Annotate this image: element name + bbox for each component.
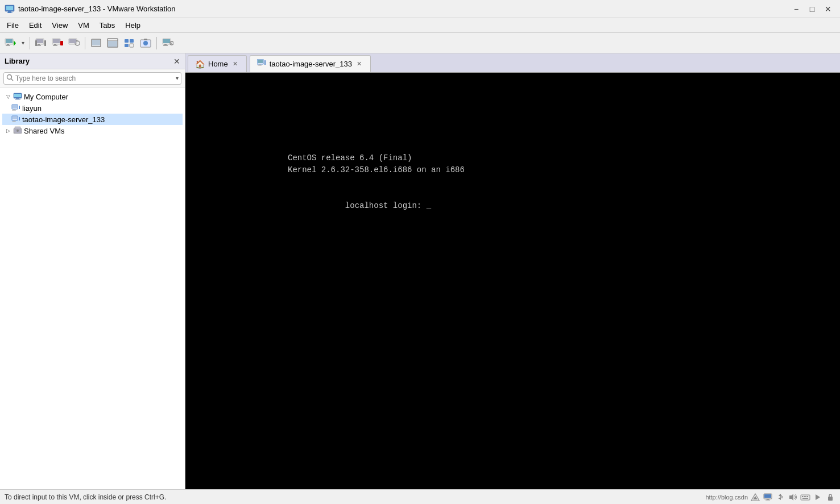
svg-rect-71	[765, 499, 770, 500]
svg-rect-54	[19, 117, 20, 120]
svg-rect-6	[7, 44, 9, 45]
arrow-icon	[813, 492, 823, 502]
svg-rect-64	[259, 64, 261, 65]
svg-rect-80	[805, 496, 806, 497]
console-line-1: CentOS release 6.4 (Final)	[288, 152, 829, 164]
svg-rect-79	[804, 496, 805, 497]
svg-point-40	[171, 43, 172, 44]
svg-rect-31	[130, 44, 134, 47]
taotao-label: taotao-image-server_133	[22, 115, 180, 124]
svg-rect-50	[13, 110, 15, 110]
home-tab-icon: 🏠	[195, 60, 205, 69]
stop-button[interactable]	[49, 35, 65, 51]
svg-rect-45	[16, 98, 19, 99]
tree-my-computer[interactable]: ▽ My Computer	[2, 91, 183, 102]
svg-rect-53	[13, 116, 17, 119]
menu-edit[interactable]: Edit	[24, 20, 46, 31]
power-dropdown-button[interactable]: ▾	[19, 35, 27, 51]
svg-rect-17	[54, 44, 56, 45]
svg-point-59	[16, 130, 19, 132]
sidebar-close-button[interactable]: ✕	[173, 57, 180, 66]
svg-rect-58	[15, 127, 20, 129]
svg-rect-12	[36, 45, 41, 46]
maximize-button[interactable]: □	[805, 3, 820, 15]
shared-icon	[13, 126, 22, 135]
separator-1	[30, 37, 30, 49]
tab-home[interactable]: 🏠 Home ✕	[188, 55, 247, 72]
minimize-button[interactable]: −	[789, 3, 804, 15]
menu-bar: File Edit View VM Tabs Help	[0, 18, 840, 33]
console-line-4: localhost login: _	[288, 188, 829, 224]
window-title: taotao-image-server_133 - VMware Worksta…	[18, 5, 176, 13]
title-bar: taotao-image-server_133 - VMware Worksta…	[0, 0, 840, 18]
menu-view[interactable]: View	[47, 20, 72, 31]
separator-2	[85, 37, 85, 49]
svg-rect-77	[801, 495, 810, 500]
tree-shared-vms[interactable]: ▷ Shared VMs	[2, 125, 183, 136]
svg-rect-69	[764, 494, 771, 498]
tree-vm-liayun[interactable]: liayun	[2, 102, 183, 114]
power-on-button[interactable]	[2, 35, 18, 51]
window-controls: − □ ✕	[789, 3, 835, 15]
view-normal-button[interactable]	[88, 35, 104, 51]
view-unity-button[interactable]	[121, 35, 137, 51]
sidebar: Library ✕ ▾ ▽	[0, 53, 185, 489]
lock-icon	[825, 492, 835, 502]
status-message: To direct input to this VM, click inside…	[5, 493, 166, 501]
svg-rect-38	[163, 45, 168, 46]
svg-rect-11	[38, 44, 40, 45]
shared-vms-label: Shared VMs	[24, 127, 180, 135]
svg-rect-74	[779, 498, 781, 499]
vm-icon-taotao	[11, 115, 20, 124]
svg-rect-62	[258, 60, 263, 63]
console-line-2: Kernel 2.6.32-358.el6.i686 on an i686	[288, 164, 829, 176]
search-wrap: ▾	[3, 72, 181, 85]
my-computer-label: My Computer	[24, 93, 180, 101]
separator-3	[156, 37, 157, 49]
svg-marker-76	[789, 494, 793, 501]
tree-vm-taotao[interactable]: taotao-image-server_133	[2, 114, 183, 125]
svg-rect-24	[92, 40, 100, 45]
snapshot-button[interactable]	[138, 35, 154, 51]
svg-rect-5	[6, 39, 13, 43]
svg-rect-27	[108, 41, 117, 47]
home-tab-close-button[interactable]: ✕	[231, 60, 239, 68]
search-input[interactable]	[3, 72, 181, 85]
computer-icon	[13, 92, 22, 101]
vm-tab-close-button[interactable]: ✕	[355, 60, 363, 68]
vm-screen: CentOS release 6.4 (Final) Kernel 2.6.32…	[185, 73, 840, 489]
vm-icon-liayun	[11, 103, 20, 113]
suspend-button[interactable]	[33, 35, 49, 51]
home-tab-label: Home	[208, 60, 228, 68]
toolbar-view-controls	[88, 35, 154, 51]
app-icon	[5, 4, 15, 14]
vm-console[interactable]: CentOS release 6.4 (Final) Kernel 2.6.32…	[185, 73, 840, 489]
liayun-label: liayun	[22, 104, 180, 113]
sidebar-header: Library ✕	[0, 53, 185, 69]
view-fullscreen-button[interactable]	[105, 35, 121, 51]
reset-button[interactable]	[66, 35, 82, 51]
svg-rect-3	[7, 13, 13, 13]
tab-taotao-vm[interactable]: taotao-image-server_133 ✕	[250, 55, 371, 72]
svg-marker-8	[14, 40, 16, 46]
speaker-icon	[788, 492, 798, 502]
keyboard-icon	[800, 492, 810, 502]
svg-rect-56	[12, 122, 16, 122]
menu-tabs[interactable]: Tabs	[95, 20, 119, 31]
expand-toggle-icon: ▽	[5, 93, 11, 100]
menu-help[interactable]: Help	[121, 20, 145, 31]
svg-rect-46	[15, 99, 20, 100]
shared-toggle-icon: ▷	[5, 127, 11, 134]
svg-rect-13	[44, 40, 46, 46]
svg-rect-84	[828, 497, 833, 501]
vm-settings-button[interactable]	[160, 35, 176, 51]
svg-rect-44	[14, 94, 21, 97]
svg-point-33	[143, 41, 148, 45]
toolbar-power-group: ▾	[2, 35, 27, 51]
menu-vm[interactable]: VM	[73, 20, 94, 31]
status-url: http://blog.csdn	[705, 494, 748, 501]
close-button[interactable]: ✕	[821, 3, 835, 15]
menu-file[interactable]: File	[2, 20, 23, 31]
console-line-3	[288, 176, 829, 188]
status-bar: To direct input to this VM, click inside…	[0, 489, 840, 504]
